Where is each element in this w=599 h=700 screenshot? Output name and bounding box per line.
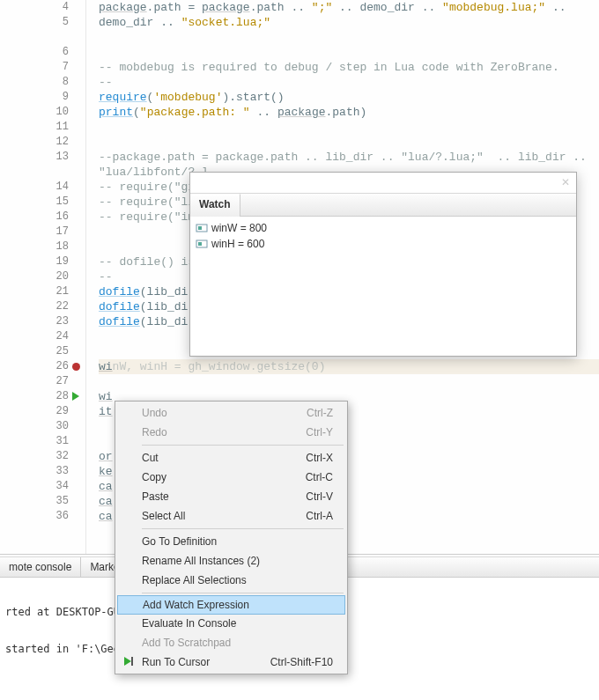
gutter-row: 35 bbox=[0, 494, 85, 509]
line-number: 12 bbox=[0, 135, 69, 150]
gutter-row: 16 bbox=[0, 210, 85, 225]
menu-item-run-to-cursor[interactable]: Run To CursorCtrl-Shift-F10 bbox=[117, 652, 345, 672]
watch-window[interactable]: ✕ Watch winW = 800winH = 600 bbox=[189, 172, 577, 357]
watch-tab[interactable]: Watch bbox=[190, 194, 240, 217]
menu-separator bbox=[142, 593, 344, 593]
line-number: 6 bbox=[0, 45, 69, 60]
code-line[interactable] bbox=[99, 374, 599, 389]
code-line[interactable]: winW, winH = gh_window.getsize(0) bbox=[99, 359, 599, 374]
code-line[interactable] bbox=[99, 120, 599, 135]
gutter-row: 34 bbox=[0, 479, 85, 494]
line-number: 29 bbox=[0, 404, 69, 419]
menu-item-label: Add Watch Expression bbox=[143, 599, 249, 611]
code-line[interactable]: demo_dir .. "socket.lua;" bbox=[99, 15, 599, 30]
menu-item-rename-all-instances-2[interactable]: Rename All Instances (2) bbox=[117, 551, 345, 571]
menu-item-add-watch-expression[interactable]: Add Watch Expression bbox=[117, 595, 345, 615]
line-number: 4 bbox=[0, 0, 69, 15]
context-menu[interactable]: UndoCtrl-ZRedoCtrl-YCutCtrl-XCopyCtrl-CP… bbox=[115, 401, 348, 674]
menu-item-paste[interactable]: PasteCtrl-V bbox=[117, 487, 345, 506]
breakpoint-icon[interactable] bbox=[72, 363, 80, 371]
gutter-row: 19 bbox=[0, 254, 85, 269]
gutter-row: 13 bbox=[0, 150, 85, 165]
code-line[interactable]: require('mobdebug').start() bbox=[99, 90, 599, 105]
code-line[interactable]: -- mobdebug is required to debug / step … bbox=[99, 60, 599, 75]
menu-item-copy[interactable]: CopyCtrl-C bbox=[117, 468, 345, 487]
gutter-row: 9 bbox=[0, 90, 85, 105]
svg-rect-1 bbox=[198, 226, 202, 230]
code-line[interactable] bbox=[99, 30, 599, 45]
watch-icon bbox=[196, 222, 208, 234]
menu-item-redo: RedoCtrl-Y bbox=[117, 423, 345, 442]
code-line[interactable]: package.path = package.path .. ";" .. de… bbox=[99, 0, 599, 15]
line-number: 8 bbox=[0, 75, 69, 90]
line-number: 33 bbox=[0, 464, 69, 479]
gutter-row: 11 bbox=[0, 120, 85, 135]
code-line[interactable] bbox=[99, 45, 599, 60]
watch-item[interactable]: winH = 600 bbox=[196, 236, 571, 252]
current-line-icon bbox=[72, 392, 79, 401]
code-line[interactable]: -- bbox=[99, 75, 599, 90]
menu-item-label: Add To Scratchpad bbox=[142, 637, 231, 649]
watch-body: winW = 800winH = 600 bbox=[190, 217, 576, 255]
line-number: 11 bbox=[0, 120, 69, 135]
line-number: 5 bbox=[0, 15, 69, 30]
gutter-row: 31 bbox=[0, 434, 85, 449]
line-number: 14 bbox=[0, 180, 69, 195]
watch-titlebar[interactable]: ✕ bbox=[190, 173, 576, 194]
code-line[interactable] bbox=[99, 135, 599, 150]
line-number: 26 bbox=[0, 359, 69, 374]
line-number: 20 bbox=[0, 269, 69, 284]
menu-item-select-all[interactable]: Select AllCtrl-A bbox=[117, 506, 345, 526]
gutter-row: 22 bbox=[0, 299, 85, 314]
gutter-row: 30 bbox=[0, 419, 85, 434]
line-number: 7 bbox=[0, 60, 69, 75]
menu-item-replace-all-selections[interactable]: Replace All Selections bbox=[117, 571, 345, 590]
line-number: 28 bbox=[0, 389, 69, 404]
gutter-row: 21 bbox=[0, 284, 85, 299]
gutter-row: 8 bbox=[0, 75, 85, 90]
close-icon[interactable]: ✕ bbox=[558, 175, 573, 189]
code-line[interactable]: print("package.path: " .. package.path) bbox=[99, 105, 599, 120]
menu-item-add-to-scratchpad: Add To Scratchpad bbox=[117, 633, 345, 652]
gutter-row: 15 bbox=[0, 195, 85, 210]
gutter-row: 26 bbox=[0, 359, 85, 374]
gutter-row: 14 bbox=[0, 180, 85, 195]
gutter-row: 23 bbox=[0, 314, 85, 329]
gutter-row: 7 bbox=[0, 60, 85, 75]
menu-item-evaluate-in-console[interactable]: Evaluate In Console bbox=[117, 614, 345, 633]
gutter-row: 12 bbox=[0, 135, 85, 150]
menu-item-label: Cut bbox=[142, 452, 159, 464]
menu-item-label: Select All bbox=[142, 510, 185, 522]
menu-item-label: Run To Cursor bbox=[142, 656, 210, 668]
menu-item-cut[interactable]: CutCtrl-X bbox=[117, 448, 345, 468]
gutter-row: 33 bbox=[0, 464, 85, 479]
menu-item-label: Paste bbox=[142, 490, 169, 503]
gutter-row: 5 bbox=[0, 15, 85, 30]
menu-item-undo: UndoCtrl-Z bbox=[117, 403, 345, 423]
menu-separator bbox=[142, 445, 344, 446]
gutter-row: 10 bbox=[0, 105, 85, 120]
menu-item-label: Go To Definition bbox=[142, 535, 217, 548]
bottom-tab[interactable]: mote console bbox=[0, 557, 81, 577]
line-number: 32 bbox=[0, 449, 69, 464]
menu-item-label: Undo bbox=[142, 407, 167, 419]
svg-marker-4 bbox=[124, 657, 131, 666]
line-number: 31 bbox=[0, 434, 69, 449]
watch-expression: winW = 800 bbox=[211, 222, 267, 234]
menu-shortcut: Ctrl-Y bbox=[306, 426, 333, 438]
menu-shortcut: Ctrl-Shift-F10 bbox=[270, 656, 333, 668]
gutter-row: 27 bbox=[0, 374, 85, 389]
gutter-row: 17 bbox=[0, 225, 85, 239]
line-number: 21 bbox=[0, 284, 69, 299]
menu-item-label: Evaluate In Console bbox=[142, 617, 236, 630]
line-number: 18 bbox=[0, 239, 69, 254]
gutter-row: 6 bbox=[0, 45, 85, 60]
menu-item-label: Rename All Instances (2) bbox=[142, 555, 260, 567]
watch-item[interactable]: winW = 800 bbox=[196, 220, 571, 236]
line-number: 17 bbox=[0, 225, 69, 239]
code-line[interactable]: --package.path = package.path .. lib_dir… bbox=[99, 150, 599, 165]
line-number: 23 bbox=[0, 314, 69, 329]
line-number: 13 bbox=[0, 150, 69, 165]
menu-item-go-to-definition[interactable]: Go To Definition bbox=[117, 532, 345, 551]
watch-tabs[interactable]: Watch bbox=[190, 194, 576, 217]
